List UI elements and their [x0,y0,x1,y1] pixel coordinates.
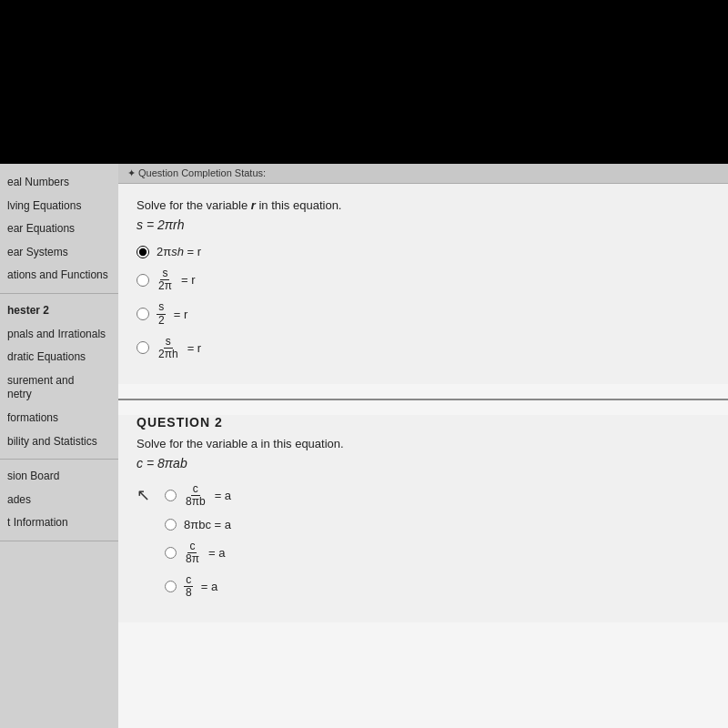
q1-fraction-b-num: s [160,268,169,280]
q1-option-a[interactable]: 2πsh = r [136,245,710,258]
q2-option-d[interactable]: c 8 = a [165,574,710,599]
sidebar-item-discussion-board[interactable]: sion Board [0,465,118,489]
sidebar-item-rationals[interactable]: pnals and Irrationals [0,323,118,347]
q2-fraction-a-num: c [191,483,200,496]
q2-label-d: = a [201,580,217,593]
sidebar-divider-3 [0,541,118,541]
q1-option-d[interactable]: s 2πh = r [136,336,710,360]
q2-fraction-a-den: 8πb [184,496,207,508]
q1-radio-a[interactable] [136,246,149,258]
q1-option-c[interactable]: s 2 = r [136,301,710,326]
q1-equation: s = 2πrh [136,217,710,232]
q2-label-b: 8πbc = a [184,518,231,531]
q1-fraction-b: s 2π [157,268,174,292]
q1-fraction-c-den: 2 [157,315,167,327]
q2-equation: c = 8πab [136,456,710,470]
q1-radio-c[interactable] [136,308,149,320]
sidebar-item-semester2[interactable]: hester 2 [0,299,118,323]
sidebar-divider-2 [0,459,118,460]
sidebar-item-solving-equations[interactable]: lving Equations [0,195,118,218]
q2-fraction-c-den: 8π [184,553,201,565]
q1-radio-d[interactable] [136,341,149,354]
q2-fraction-c-num: c [187,541,197,553]
q1-fraction-b-den: 2π [157,280,174,292]
q2-radio-a[interactable] [165,490,177,501]
q2-radio-b[interactable] [165,519,177,531]
q1-option-b[interactable]: s 2π = r [136,268,710,292]
q2-instruction: Solve for the variable a in this equatio… [136,437,710,450]
main-content: ✦ Question Completion Status: Solve for … [118,164,728,728]
q1-label-a: 2πsh = r [157,245,201,258]
sidebar-item-student-information[interactable]: t Information [0,511,118,535]
q1-fraction-d: s 2πh [157,336,180,360]
question1-area: Solve for the variable r in this equatio… [118,184,728,384]
question-divider [118,399,728,400]
q1-fraction-d-num: s [164,336,173,349]
sidebar-item-probability[interactable]: bility and Statistics [0,430,118,454]
q2-fraction-c: c 8π [184,541,201,565]
q1-label-b: = r [181,273,196,287]
q1-fraction-c-num: s [157,301,166,314]
q2-number: QUESTION 2 [136,415,710,430]
q2-radio-c[interactable] [165,547,177,559]
sidebar-item-relations-functions[interactable]: ations and Functions [0,264,118,288]
sidebar-item-transformations[interactable]: formations [0,407,118,430]
q2-label-c: = a [208,546,225,560]
sidebar-item-real-numbers[interactable]: eal Numbers [0,171,118,195]
q2-option-b[interactable]: 8πbc = a [165,518,710,531]
sidebar-item-quadratic[interactable]: dratic Equations [0,346,118,369]
q2-fraction-d-num: c [184,574,193,587]
q2-option-a[interactable]: c 8πb = a [165,483,710,508]
q2-fraction-a: c 8πb [184,483,207,508]
q1-options: 2πsh = r s 2π = r s 2 = r [136,245,710,360]
q1-radio-b[interactable] [136,274,149,287]
sidebar-item-grades[interactable]: ades [0,489,118,512]
sidebar-divider-1 [0,293,118,294]
q1-fraction-d-den: 2πh [157,349,180,360]
sidebar-item-linear-systems[interactable]: ear Systems [0,241,118,265]
q1-instruction: Solve for the variable r in this equatio… [136,198,710,212]
q2-label-a: = a [215,489,231,502]
q2-fraction-d: c 8 [184,574,194,599]
status-bar: ✦ Question Completion Status: [118,164,728,184]
sidebar: eal Numbers lving Equations ear Equation… [0,164,118,728]
sidebar-item-measurement[interactable]: surement and netry [0,369,118,407]
q1-label-c: = r [174,308,188,321]
q1-label-d: = r [187,341,202,355]
top-black-area [0,0,728,164]
q1-fraction-c: s 2 [157,301,167,326]
q2-options: c 8πb = a 8πbc = a c 8π = [165,483,710,608]
sidebar-item-linear-equations[interactable]: ear Equations [0,217,118,241]
q2-fraction-d-den: 8 [184,587,194,599]
q2-option-c[interactable]: c 8π = a [165,541,710,565]
q2-radio-d[interactable] [165,581,177,592]
status-bar-label: ✦ Question Completion Status: [127,167,266,178]
cursor-arrow-icon: ↖ [136,485,150,505]
question2-area: QUESTION 2 Solve for the variable a in t… [118,415,728,622]
